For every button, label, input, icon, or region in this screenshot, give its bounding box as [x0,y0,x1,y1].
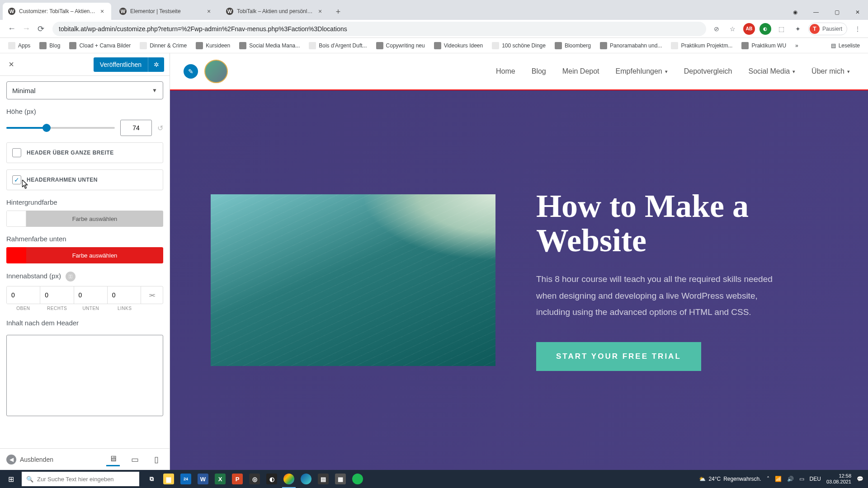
checkbox-unchecked[interactable] [12,148,21,157]
borderbottom-080checkbox-row[interactable]: HEADERRAHMEN UNTEN [6,169,163,190]
padding-left-input[interactable] [108,286,141,304]
bookmark-item[interactable]: Kursideen [192,40,234,51]
bookmark-star-icon[interactable]: ☆ [727,23,739,35]
maximize-button[interactable]: ▢ [826,5,847,20]
readlist-icon: ▤ [831,42,836,49]
nav-depotvergleich[interactable]: Depotvergleich [684,67,732,75]
padding-top-input[interactable] [7,286,40,304]
bookmark-item[interactable]: Praktikum WU [738,40,790,51]
hide-controls-button[interactable]: ◀ Ausblenden [6,455,53,465]
link-values-icon[interactable]: ⫘ [141,286,163,304]
edge-icon[interactable] [297,470,315,488]
nav-depot[interactable]: Mein Depot [562,67,599,75]
desktop-preview-icon[interactable]: 🖥 [106,453,120,466]
weather-widget[interactable]: ⛅ 24°C Regenwahrsch. [699,476,761,482]
browser-tab[interactable]: W Elementor | Testseite × [114,3,218,20]
taskbar-search[interactable]: 🔍 Zur Suche Text hier eingeben [22,472,139,486]
padding-bottom-input[interactable] [74,286,107,304]
bookmark-overflow[interactable]: » [792,41,802,51]
bookmark-item[interactable]: Bois d'Argent Duft... [305,40,370,51]
site-logo[interactable] [204,60,228,83]
cta-button[interactable]: START YOUR FREE TRIAL [536,342,701,371]
height-slider[interactable] [6,127,115,129]
close-tab-icon[interactable]: × [205,8,212,15]
height-input[interactable] [120,120,152,136]
kebab-menu-icon[interactable]: ⋮ [852,23,863,35]
bookmark-item[interactable]: Social Media Mana... [236,40,303,51]
close-window-button[interactable]: ✕ [847,5,868,20]
bookmark-item[interactable]: Panoramabahn und... [596,40,665,51]
minimize-button[interactable]: — [806,5,826,20]
responsive-toggle-icon[interactable]: �⃟ [66,272,75,282]
publish-button[interactable]: Veröffentlichen [94,57,148,72]
tablet-preview-icon[interactable]: ▭ [128,453,142,466]
bookmark-item[interactable]: Copywriting neu [373,40,429,51]
notifications-icon[interactable]: 💬 [857,476,863,482]
nav-ueber[interactable]: Über mich [811,67,850,75]
bookmark-item[interactable]: 100 schöne Dinge [488,40,549,51]
app-icon[interactable]: ◎ [246,470,263,488]
color-swatch[interactable] [6,247,26,263]
color-swatch[interactable] [6,211,26,227]
address-bar[interactable]: tobitalk.at/wp-admin/customize.php?retur… [52,22,706,36]
app-icon[interactable]: ▤ [315,470,332,488]
nav-blog[interactable]: Blog [532,67,546,75]
browser-tab-active[interactable]: W Customizer: TobiTalk – Aktien un × [3,3,111,20]
powerpoint-icon[interactable]: P [229,470,246,488]
word-icon[interactable]: W [194,470,212,488]
reading-list-button[interactable]: ▤Leseliste [827,41,863,51]
close-tab-icon[interactable]: × [99,8,106,15]
close-customizer-button[interactable]: × [5,59,17,70]
publish-settings-button[interactable]: ✲ [148,57,164,72]
start-button[interactable]: ⊞ [0,470,22,488]
account-indicator-icon[interactable]: ◉ [785,5,806,20]
excel-icon[interactable]: X [212,470,229,488]
extensions-menu-icon[interactable]: ✦ [792,23,804,35]
bookmark-item[interactable]: Blog [36,40,64,51]
forward-button[interactable]: → [19,22,33,36]
network-icon[interactable]: 📶 [775,476,782,482]
afterheader-textarea[interactable] [6,335,163,416]
preset-select[interactable]: Minimal ▼ [6,81,163,99]
battery-icon[interactable]: ▭ [799,476,804,482]
bookmark-item[interactable]: Praktikum Projektm... [667,40,736,51]
edit-shortcut-icon[interactable]: ✎ [184,64,198,79]
nav-social[interactable]: Social Media [748,67,795,75]
bordercolor-button[interactable]: Farbe auswählen [26,247,163,263]
language-indicator[interactable]: DEU [810,476,821,482]
extension-icon[interactable]: ⬚ [776,23,788,35]
reload-button[interactable]: ⟳ [33,22,48,36]
chrome-icon[interactable] [280,470,297,488]
mail-icon[interactable]: 24 [177,470,194,488]
volume-icon[interactable]: 🔊 [787,476,794,482]
profile-paused-pill[interactable]: T Pausiert [808,23,847,35]
nav-empfehlungen[interactable]: Empfehlungen [616,67,668,75]
app-icon[interactable]: ▦ [332,470,349,488]
bgcolor-button[interactable]: Farbe auswählen [26,211,163,227]
bookmark-item[interactable]: Bloomberg [551,40,594,51]
bookmark-item[interactable]: Dinner & Crime [136,40,190,51]
close-tab-icon[interactable]: × [316,8,324,15]
spotify-icon[interactable] [349,470,366,488]
bookmark-item[interactable]: Cload + Canva Bilder [66,40,134,51]
bookmark-apps[interactable]: Apps [5,40,34,51]
reset-icon[interactable]: ↺ [157,124,163,132]
nav-home[interactable]: Home [496,67,515,75]
back-button[interactable]: ← [5,22,19,36]
slider-thumb[interactable] [42,124,51,132]
new-tab-button[interactable]: + [332,5,344,18]
fullwidth-checkbox-row[interactable]: HEADER ÜBER GANZE BREITE [6,142,163,163]
app-icon[interactable]: ◐ [263,470,280,488]
padding-right-input[interactable] [40,286,73,304]
browser-tab[interactable]: W TobiTalk – Aktien und persönlich × [221,3,329,20]
tray-chevron-icon[interactable]: ˄ [767,476,769,482]
taskbar-clock[interactable]: 12:58 03.08.2021 [826,473,851,485]
task-view-icon[interactable]: ⧉ [143,470,160,488]
bookmark-item[interactable]: Videokurs Ideen [430,40,487,51]
explorer-icon[interactable]: ▆ [160,470,177,488]
mobile-preview-icon[interactable]: ▯ [150,453,163,466]
checkbox-checked[interactable] [12,175,21,184]
extension-adblock-icon[interactable]: AB [743,23,755,35]
zoom-icon[interactable]: ⊘ [711,23,722,35]
extension-icon[interactable]: ◐ [760,23,771,35]
